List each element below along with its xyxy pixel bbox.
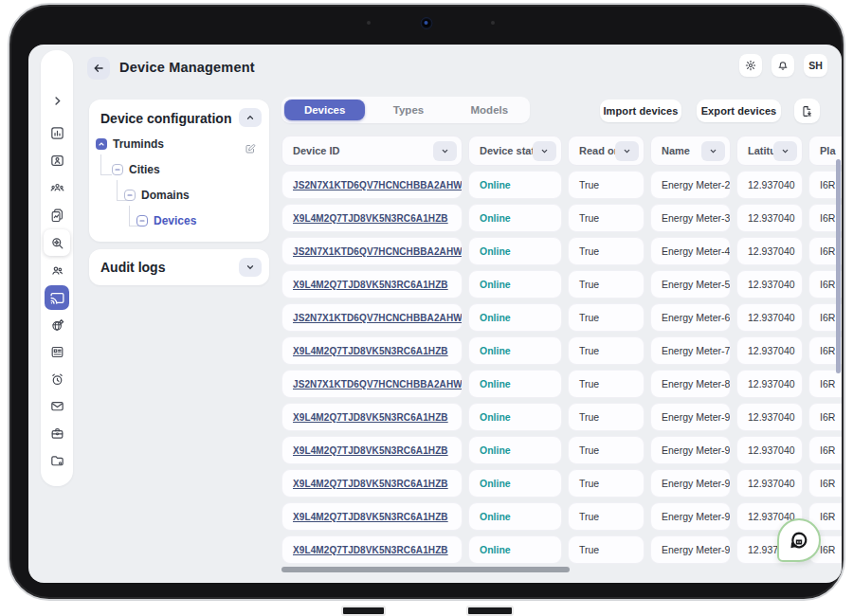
device-status-cell: Online [468,436,562,464]
download-file-button[interactable] [794,99,820,123]
device-id-link[interactable]: X9L4M2Q7TJD8VK5N3RC6A1HZB [293,512,448,522]
tree-collapse-icon[interactable] [96,138,107,150]
table-row: JS2N7X1KTD6QV7HCNCHBBA2AHW Online True E… [281,303,842,332]
device-id-cell: X9L4M2Q7TJD8VK5N3RC6A1HZB [281,535,463,564]
table-column-header: Read only [568,136,644,166]
sensor-dot-right [491,21,495,25]
sidebar-item-id-card-icon[interactable] [45,149,68,172]
device-status-cell: Online [468,469,562,498]
sidebar-item-briefcase-icon[interactable] [45,422,68,444]
vertical-scrollbar[interactable] [836,159,841,373]
tree-minus-icon[interactable] [124,190,136,201]
table-row: JS2N7X1KTD6QV7HCNCHBBA2AHW Online True E… [281,370,842,398]
device-id-cell: X9L4M2Q7TJD8VK5N3RC6A1HZB [281,336,463,365]
latitude-cell: 12.937040 [736,171,803,199]
horizontal-scrollbar[interactable] [281,567,570,572]
sidebar-item-dashboard-icon[interactable] [45,121,68,144]
device-status-cell: Online [468,370,562,398]
user-avatar[interactable]: SH [804,54,827,77]
read-only-cell: True [568,171,644,199]
latitude-cell: 12.937040 [736,436,803,464]
device-configuration-panel: Device configuration Truminds [89,100,269,242]
device-name-cell: Energy Meter-9 [650,469,731,498]
device-id-link[interactable]: X9L4M2Q7TJD8VK5N3RC6A1HZB [293,479,448,489]
table-column-header: Latitude [736,136,803,166]
device-id-cell: X9L4M2Q7TJD8VK5N3RC6A1HZB [281,270,463,299]
device-status-cell: Online [468,270,562,299]
sidebar-item-mail-icon[interactable] [45,394,68,417]
extra-cell: I6R [808,370,842,398]
column-filter-chevron-down-icon[interactable] [615,141,639,161]
device-id-link[interactable]: X9L4M2Q7TJD8VK5N3RC6A1HZB [293,412,448,423]
device-id-link[interactable]: X9L4M2Q7TJD8VK5N3RC6A1HZB [293,213,448,224]
table-body: JS2N7X1KTD6QV7HCNCHBBA2AHW Online True E… [281,171,842,564]
tree-minus-icon[interactable] [112,164,123,175]
device-name-cell: Energy Meter-2 [650,171,731,199]
sidebar-item-alarm-clock-icon[interactable] [45,368,68,390]
tree-node-truminds[interactable]: Truminds [96,137,164,151]
device-status-cell: Online [468,535,562,564]
notifications-bell-icon[interactable] [771,54,794,77]
audit-logs-panel: Audit logs [89,249,269,285]
device-id-link[interactable]: JS2N7X1KTD6QV7HCNCHBBA2AHW [293,180,463,190]
app-sidebar [41,50,73,486]
tab-models[interactable]: Models [449,100,530,120]
sidebar-item-news-list-icon[interactable] [45,340,68,363]
device-status-cell: Online [468,336,562,365]
device-id-cell: JS2N7X1KTD6QV7HCNCHBBA2AHW [281,370,463,398]
table-row: X9L4M2Q7TJD8VK5N3RC6A1HZB Online True En… [281,270,842,299]
audit-logs-title: Audit logs [100,260,165,275]
device-id-link[interactable]: JS2N7X1KTD6QV7HCNCHBBA2AHW [293,246,463,257]
read-only-cell: True [568,270,644,299]
sidebar-item-search-settings-icon[interactable] [44,229,70,256]
sidebar-item-globe-settings-icon[interactable] [45,314,68,336]
sidebar-item-report-file-icon[interactable] [45,204,68,226]
edit-node-icon[interactable] [245,141,256,158]
table-header: Device ID Device status Read only Name L… [281,136,842,166]
latitude-cell: 12.937040 [736,270,803,299]
tab-types[interactable]: Types [368,100,448,120]
device-id-link[interactable]: X9L4M2Q7TJD8VK5N3RC6A1HZB [293,346,448,356]
support-chat-button[interactable] [777,518,821,562]
device-name-cell: Energy Meter-9 [650,436,731,464]
device-id-link[interactable]: JS2N7X1KTD6QV7HCNCHBBA2AHW [293,313,463,323]
expand-audit-button[interactable] [239,258,262,277]
tree-node-cities[interactable]: Cities [112,163,160,176]
read-only-cell: True [568,469,644,498]
tree-minus-icon[interactable] [136,215,148,226]
device-id-link[interactable]: X9L4M2Q7TJD8VK5N3RC6A1HZB [293,280,448,290]
sidebar-item-cast-icon[interactable] [45,285,69,310]
back-button[interactable] [87,57,110,80]
device-id-link[interactable]: X9L4M2Q7TJD8VK5N3RC6A1HZB [293,445,448,456]
device-name-cell: Energy Meter-5 [650,270,731,299]
device-id-link[interactable]: JS2N7X1KTD6QV7HCNCHBBA2AHW [293,379,463,390]
tree-node-domains[interactable]: Domains [124,189,190,202]
sidebar-item-folder-settings-icon[interactable] [45,449,68,472]
device-id-link[interactable]: X9L4M2Q7TJD8VK5N3RC6A1HZB [293,545,448,555]
column-filter-chevron-down-icon[interactable] [773,141,797,161]
sidebar-expand-chevron-right-icon[interactable] [45,89,68,112]
import-devices-button[interactable]: Import devices [600,100,681,122]
read-only-cell: True [568,204,644,232]
sidebar-item-users-icon[interactable] [45,259,68,281]
collapse-config-button[interactable] [239,108,262,127]
front-camera [421,17,433,29]
device-id-cell: JS2N7X1KTD6QV7HCNCHBBA2AHW [281,171,463,199]
read-only-cell: True [568,403,644,431]
extra-cell: I6R [808,469,842,498]
column-filter-chevron-down-icon[interactable] [701,141,725,161]
stage: Device Management SH Device configuratio… [0,0,853,616]
device-id-cell: JS2N7X1KTD6QV7HCNCHBBA2AHW [281,237,463,265]
sidebar-item-user-group-icon[interactable] [45,176,68,199]
settings-gear-icon[interactable] [739,54,762,77]
tab-devices[interactable]: Devices [284,100,365,120]
export-devices-button[interactable]: Export devices [697,100,781,122]
column-filter-chevron-down-icon[interactable] [433,141,457,161]
tablet-stand-foot [466,606,514,616]
table-row: X9L4M2Q7TJD8VK5N3RC6A1HZB Online True En… [281,336,842,365]
read-only-cell: True [568,237,644,265]
device-status-cell: Online [468,502,562,531]
read-only-cell: True [568,303,644,332]
tree-node-devices[interactable]: Devices [136,214,196,227]
column-filter-chevron-down-icon[interactable] [533,141,556,161]
